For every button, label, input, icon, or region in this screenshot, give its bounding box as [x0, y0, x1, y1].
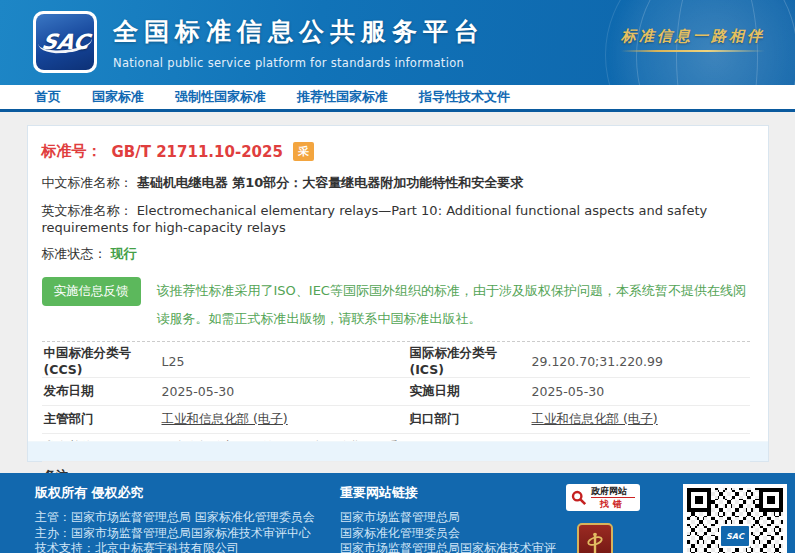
card-bottom-strip — [28, 441, 768, 461]
footer-supervisor-line: 主管：国家市场监督管理总局 国家标准化管理委员会 — [35, 510, 315, 526]
sac-logo-text: SAC — [39, 30, 90, 54]
qr-pattern: SAC — [687, 488, 783, 553]
slogan-underline — [621, 50, 765, 52]
footer-link-samr[interactable]: 国家市场监督管理总局 — [340, 510, 556, 526]
standard-number-row: 标准号： GB/T 21711.10-2025 采 — [36, 142, 756, 161]
emblem-icon — [586, 531, 604, 553]
en-name-value: Electromechanical elementary relays—Part… — [42, 203, 708, 235]
site-subtitle: National public service platform for sta… — [113, 56, 485, 70]
copyright-notice-text: 该推荐性标准采用了ISO、IEC等国际国外组织的标准，由于涉及版权保护问题，本系… — [157, 283, 746, 326]
site-footer: 版权所有 侵权必究 主管：国家市场监督管理总局 国家标准化管理委员会 主办：国家… — [0, 473, 795, 553]
copyright-title: 版权所有 侵权必究 — [35, 484, 315, 502]
status-value: 现行 — [111, 246, 137, 261]
status-label: 标准状态： — [42, 246, 107, 261]
standard-summary: 标准号： GB/T 21711.10-2025 采 中文标准名称： 基础机电继电… — [28, 126, 768, 490]
standard-number-value: GB/T 21711.10-2025 — [112, 143, 283, 161]
header-titles: 全国标准信息公共服务平台 National public service pla… — [113, 15, 485, 70]
details-table: 中国标准分类号 (CCS) L25 国际标准分类号 (ICS) 29.120.7… — [42, 341, 750, 490]
cn-name-row: 中文标准名称： 基础机电继电器 第10部分：大容量继电器附加功能特性和安全要求 — [36, 174, 756, 192]
implement-date-value: 2025-05-30 — [532, 384, 750, 399]
status-row: 标准状态： 现行 — [36, 245, 756, 263]
qr-finder-icon — [687, 488, 711, 512]
gov-site-identification-emblem[interactable] — [577, 523, 613, 553]
en-name-row: 英文标准名称： Electromechanical elementary rel… — [36, 202, 756, 235]
qr-center-logo: SAC — [719, 524, 751, 548]
supervising-dept-link[interactable]: 工业和信息化部 (电子) — [162, 411, 288, 426]
notice-block: 实施信息反馈 该推荐性标准采用了ISO、IEC等国际国外组织的标准，由于涉及版权… — [36, 276, 756, 332]
footer-links-column: 重要网站链接 国家市场监督管理总局 国家标准化管理委员会 国家市场监督管理总局国… — [340, 484, 556, 553]
publish-date-label: 发布日期 — [44, 383, 162, 400]
en-name-label: 英文标准名称： — [42, 203, 133, 218]
footer-copyright-column: 版权所有 侵权必究 主管：国家市场监督管理总局 国家标准化管理委员会 主办：国家… — [35, 484, 315, 553]
implementation-feedback-button[interactable]: 实施信息反馈 — [42, 277, 141, 306]
gov-badge-texts: 政府网站 找错 — [591, 486, 635, 509]
slogan-text: 标准信息一路相伴 — [621, 27, 765, 46]
sac-logo-inner: SAC — [36, 14, 94, 70]
implement-date-label: 实施日期 — [410, 383, 532, 400]
ics-label: 国际标准分类号 (ICS) — [410, 345, 532, 377]
main-nav: 首页 国家标准 强制性国家标准 推荐性国家标准 指导性技术文件 — [0, 85, 795, 112]
qr-finder-icon — [759, 488, 783, 512]
footer-links-title: 重要网站链接 — [340, 484, 556, 502]
gov-website-error-report-badge[interactable]: 政府网站 找错 — [566, 484, 640, 511]
nav-item-national-standards[interactable]: 国家标准 — [92, 88, 144, 106]
ics-value: 29.120.70;31.220.99 — [532, 354, 750, 369]
cn-name-label: 中文标准名称： — [42, 175, 133, 190]
standard-number-label: 标准号： — [42, 142, 102, 161]
nav-item-mandatory-standards[interactable]: 强制性国家标准 — [175, 88, 266, 106]
footer-link-sac[interactable]: 国家标准化管理委员会 — [340, 526, 556, 542]
footer-tech-support-line: 技术支持：北京中标赛宇科技有限公司 — [35, 541, 315, 553]
footer-link-review-center[interactable]: 国家市场监督管理总局国家标准技术审评 — [340, 541, 556, 553]
centralized-dept-link[interactable]: 工业和信息化部 (电子) — [532, 411, 658, 426]
site-header: SAC 全国标准信息公共服务平台 National public service… — [0, 0, 795, 85]
centralized-dept-label: 归口部门 — [410, 411, 532, 428]
ccs-value: L25 — [162, 354, 410, 369]
magnifier-icon — [571, 490, 587, 506]
sac-logo[interactable]: SAC — [33, 11, 97, 73]
table-row-departments: 主管部门 工业和信息化部 (电子) 归口部门 工业和信息化部 (电子) — [42, 406, 750, 434]
gov-badge-line2: 找错 — [591, 499, 635, 509]
site-title: 全国标准信息公共服务平台 — [113, 15, 485, 48]
gov-badge-line1: 政府网站 — [591, 486, 635, 498]
cn-name-value: 基础机电继电器 第10部分：大容量继电器附加功能特性和安全要求 — [137, 175, 524, 190]
slogan: 标准信息一路相伴 — [621, 27, 765, 52]
ccs-label: 中国标准分类号 (CCS) — [44, 345, 162, 377]
qr-code: SAC — [683, 484, 787, 553]
nav-item-home[interactable]: 首页 — [35, 88, 61, 106]
nav-item-recommended-standards[interactable]: 推荐性国家标准 — [297, 88, 388, 106]
table-row-dates: 发布日期 2025-05-30 实施日期 2025-05-30 — [42, 378, 750, 406]
table-row-classification: 中国标准分类号 (CCS) L25 国际标准分类号 (ICS) 29.120.7… — [42, 345, 750, 378]
supervising-dept-label: 主管部门 — [44, 411, 162, 428]
adopted-standard-badge: 采 — [293, 142, 314, 161]
footer-organizer-line: 主办：国家市场监督管理总局国家标准技术审评中心 — [35, 526, 315, 542]
nav-item-guiding-documents[interactable]: 指导性技术文件 — [419, 88, 510, 106]
publish-date-value: 2025-05-30 — [162, 384, 410, 399]
standard-detail-card: 标准号： GB/T 21711.10-2025 采 中文标准名称： 基础机电继电… — [27, 125, 769, 462]
